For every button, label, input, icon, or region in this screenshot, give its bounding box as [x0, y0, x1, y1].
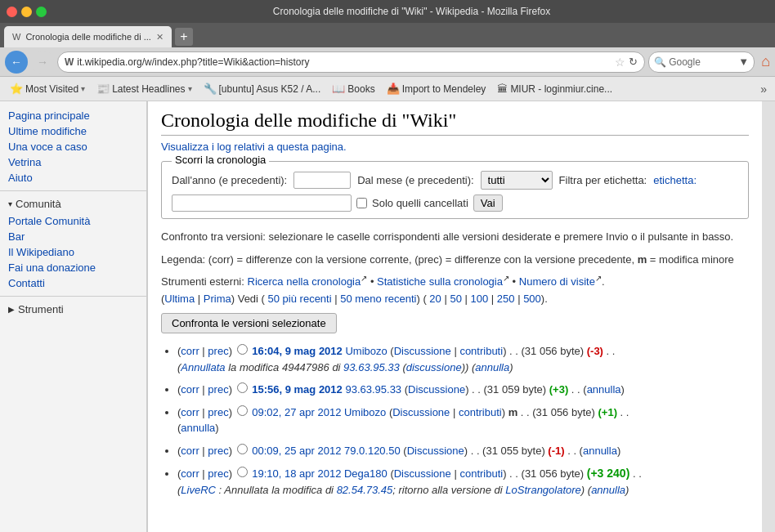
etichetta-link[interactable]: etichetta: — [653, 174, 697, 186]
20-link[interactable]: 20 — [429, 293, 441, 305]
solo-cancellati-checkbox[interactable] — [356, 198, 367, 208]
lostrangolatore-link[interactable]: LoStrangolatore — [505, 484, 581, 496]
ultima-link[interactable]: Ultima — [164, 293, 195, 305]
search-bar[interactable]: 🔍 Google ▼ — [648, 51, 755, 73]
discuss-5[interactable]: Discussione — [394, 467, 451, 480]
compare-button[interactable]: Confronta le versioni selezionate — [161, 313, 337, 333]
sidebar-item-wikipediano[interactable]: Il Wikipediano — [0, 244, 146, 260]
corr-link-5[interactable]: corr — [181, 467, 199, 480]
prima-link[interactable]: Prima — [204, 293, 231, 305]
sidebar-group-community[interactable]: ▾ Comunità — [0, 194, 146, 213]
window-controls[interactable] — [7, 7, 47, 17]
statistiche-cronologia-link[interactable]: Statistiche sulla cronologia — [377, 275, 503, 288]
prec-link-3[interactable]: prec — [208, 406, 228, 418]
radio-old-3[interactable] — [237, 405, 248, 416]
annulla-5[interactable]: annulla — [591, 484, 625, 496]
time-2: 15:56, 9 mag 2012 — [252, 383, 345, 396]
solo-cancellati-label: Solo quelli cancellati — [372, 197, 468, 209]
contributi-5[interactable]: contributi — [459, 467, 503, 480]
annulla-1[interactable]: annulla — [475, 361, 509, 373]
bookmarks-more-icon[interactable]: » — [757, 81, 770, 97]
bookmark-latest-headlines[interactable]: 📰 Latest Headlines ▾ — [92, 81, 196, 96]
50-piu-recenti-link[interactable]: 50 più recenti — [268, 293, 332, 305]
maximize-btn[interactable] — [36, 7, 47, 17]
tab-close-icon[interactable]: ✕ — [156, 32, 164, 42]
500-link[interactable]: 500 — [523, 293, 541, 305]
sidebar-item-portale[interactable]: Portale Comunità — [0, 213, 146, 229]
ip-5[interactable]: 82.54.73.45 — [337, 484, 393, 496]
contributi-1[interactable]: contributi — [459, 345, 503, 357]
home-button[interactable]: ⌂ — [761, 53, 770, 70]
new-tab-button[interactable]: + — [175, 28, 193, 46]
ricerca-cronologia-link[interactable]: Ricerca nella cronologia — [248, 275, 361, 288]
sidebar-item-ultime-modifiche[interactable]: Ultime modifiche — [0, 123, 146, 139]
back-button[interactable]: ← — [5, 51, 28, 74]
100-link[interactable]: 100 — [471, 293, 489, 305]
prec-link-1[interactable]: prec — [208, 345, 228, 357]
filtra-input[interactable] — [172, 194, 352, 212]
annulla-3[interactable]: annulla — [181, 422, 215, 434]
contributi-3[interactable]: contributi — [459, 406, 502, 418]
minimize-btn[interactable] — [21, 7, 32, 17]
radio-old-4[interactable] — [237, 444, 248, 454]
sidebar-item-contatti[interactable]: Contatti — [0, 275, 146, 291]
sidebar-item-donazione[interactable]: Fai una donazione — [0, 260, 146, 275]
radio-old-1[interactable] — [237, 344, 248, 355]
250-link[interactable]: 250 — [497, 293, 515, 305]
visite-ext-icon: ↗ — [595, 274, 602, 283]
discuss-2[interactable]: Discussione — [408, 383, 465, 396]
corr-link-4[interactable]: corr — [181, 445, 199, 457]
strumenti-label: Strumenti esterni: — [161, 275, 248, 288]
annulla-2[interactable]: annulla — [587, 383, 621, 396]
dal-mese-select[interactable]: tutti gennaiofebbraiomarzo aprilemaggiog… — [481, 171, 553, 190]
user-2[interactable]: 93.63.95.33 — [345, 383, 401, 396]
50-link[interactable]: 50 — [450, 293, 461, 305]
sidebar-item-vetrina[interactable]: Vetrina — [0, 154, 146, 170]
annulla-4[interactable]: annulla — [583, 445, 617, 457]
bookmark-ubuntu[interactable]: 🔧 [ubuntu] Asus K52 / A... — [199, 81, 326, 96]
50-meno-recenti-link[interactable]: 50 meno recenti — [340, 293, 416, 305]
dall-anno-input[interactable] — [293, 172, 351, 189]
corr-link-2[interactable]: corr — [181, 383, 199, 396]
search-go-icon[interactable]: ▼ — [738, 56, 749, 68]
annullata-link-1[interactable]: Annullata — [181, 361, 225, 373]
active-tab[interactable]: W Cronologia delle modifiche di ... ✕ — [4, 26, 172, 47]
subtitle-link[interactable]: Visualizza i log relativi a questa pagin… — [161, 141, 749, 153]
sidebar-group-strumenti[interactable]: ▶ Strumenti — [0, 300, 146, 319]
corr-link-3[interactable]: corr — [181, 406, 199, 418]
url-bar[interactable]: W it.wikipedia.org/w/index.php?title=Wik… — [57, 51, 645, 73]
user-5[interactable]: Dega180 — [344, 467, 388, 480]
prec-link-5[interactable]: prec — [208, 467, 228, 480]
scrollbar[interactable] — [762, 101, 775, 532]
corr-prec-2: (corr | prec) — [177, 383, 235, 396]
disc-ip-1[interactable]: discussione — [406, 361, 462, 373]
prec-link-2[interactable]: prec — [208, 383, 228, 396]
ip-1[interactable]: 93.63.95.33 — [343, 361, 400, 373]
bookmark-most-visited[interactable]: ⭐ Most Visited ▾ — [5, 81, 90, 96]
discuss-1[interactable]: Discussione — [394, 345, 451, 357]
bookmark-books[interactable]: 📖 Books — [327, 81, 379, 96]
sidebar-item-bar[interactable]: Bar — [0, 229, 146, 244]
user-3[interactable]: Umibozo — [344, 406, 386, 418]
liverc-link[interactable]: LiveRC — [181, 484, 216, 496]
discuss-4[interactable]: Discussione — [407, 445, 464, 457]
corr-link-1[interactable]: corr — [181, 345, 199, 357]
radio-old-5[interactable] — [237, 467, 248, 477]
bookmark-mendeley[interactable]: 📥 Import to Mendeley — [382, 81, 491, 96]
sidebar-item-voce-a-caso[interactable]: Una voce a caso — [0, 139, 146, 154]
bookmark-star-icon[interactable]: ☆ — [615, 56, 625, 69]
tab-icon: W — [12, 32, 20, 42]
vai-button[interactable]: Vai — [473, 194, 503, 212]
close-btn[interactable] — [7, 7, 17, 17]
discuss-3[interactable]: Discussione — [392, 406, 450, 418]
refresh-icon[interactable]: ↻ — [629, 56, 638, 68]
numero-visite-link[interactable]: Numero di visite — [519, 275, 595, 288]
prec-link-4[interactable]: prec — [208, 445, 228, 457]
user-4[interactable]: 79.0.120.50 — [344, 445, 401, 457]
bookmark-miur[interactable]: 🏛 MIUR - loginmiur.cine... — [492, 81, 617, 96]
forward-button[interactable]: → — [31, 51, 54, 74]
user-1[interactable]: Umibozo — [345, 345, 387, 357]
sidebar-item-pagina-principale[interactable]: Pagina principale — [0, 108, 146, 123]
sidebar-item-aiuto[interactable]: Aiuto — [0, 170, 146, 186]
radio-old-2[interactable] — [237, 382, 248, 393]
